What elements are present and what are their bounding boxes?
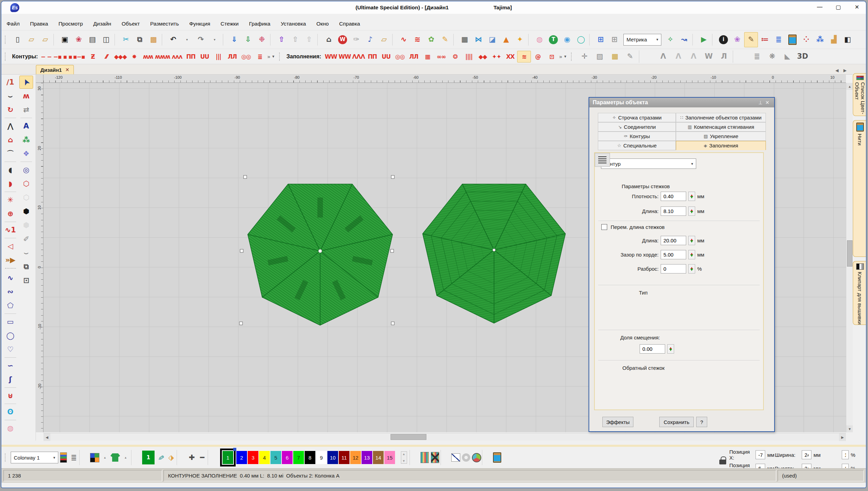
contour-burst[interactable]: ✸ <box>127 51 141 62</box>
horizontal-scrollbar[interactable]: ◀ ▶ <box>43 433 846 441</box>
print-preview-icon[interactable]: ◫ <box>99 32 113 47</box>
dot-grid-icon[interactable]: ⁘ <box>799 32 813 47</box>
scroll-down-icon[interactable]: ▼ <box>846 425 853 432</box>
selection-handle[interactable] <box>240 249 243 252</box>
scroll-up-icon[interactable]: ▲ <box>846 83 853 90</box>
stitch-zigzag-icon[interactable]: ∿ <box>397 32 411 47</box>
close-button[interactable]: ✕ <box>853 3 861 11</box>
variable-length-checkbox[interactable] <box>601 224 607 230</box>
color-3[interactable]: 3 <box>248 451 258 464</box>
fill-hole-tool[interactable]: ◖ <box>3 163 17 176</box>
color-10[interactable]: 10 <box>327 451 338 464</box>
ruler-tool-icon[interactable]: ◣ <box>780 50 795 63</box>
palette-caret-icon[interactable]: ▴ <box>100 450 110 465</box>
paste-icon[interactable]: ▩ <box>147 32 160 47</box>
slope-tool-2-icon[interactable]: Λ <box>671 50 686 63</box>
tab-close-icon[interactable]: ✕ <box>65 67 69 73</box>
current-color-swatch[interactable]: 1 <box>141 450 155 465</box>
rotate-tool[interactable]: ↻ <box>3 103 17 116</box>
echo-tool[interactable]: ◎ <box>19 163 33 176</box>
menu-function[interactable]: Функция <box>184 19 216 29</box>
pencil-edit-icon[interactable]: ✎ <box>622 50 638 63</box>
team-icon[interactable]: ⁂ <box>813 32 827 47</box>
contour-bars[interactable]: ||| <box>211 51 225 62</box>
polyline-tool[interactable]: ⋀ <box>3 119 17 133</box>
wave-tool-icon[interactable]: W <box>701 50 716 63</box>
var-length-input[interactable] <box>661 236 686 245</box>
toolbar-grip-5[interactable] <box>5 453 8 462</box>
fill-square-wave[interactable]: ЛЛ <box>407 51 421 62</box>
color-11[interactable]: 11 <box>339 451 349 464</box>
vertical-scroll-thumb[interactable] <box>847 240 852 267</box>
contour-satin-m[interactable]: ʍʍ <box>141 51 155 62</box>
radial-fill-tool[interactable]: ⊕ <box>3 207 17 220</box>
effects-button[interactable]: Эффекты <box>602 417 633 427</box>
plant-image-icon[interactable]: ❀ <box>730 32 744 47</box>
balloons-icon[interactable]: ❉ <box>255 32 269 47</box>
thread-chart-icon[interactable]: ≣ <box>69 450 79 465</box>
fill-diamonds[interactable]: ◆◆ <box>476 51 490 62</box>
menu-view[interactable]: Просмотр <box>53 19 88 29</box>
keyboard-icon[interactable]: ▦ <box>458 32 472 47</box>
offset-input[interactable] <box>640 344 665 354</box>
star-fill-tool[interactable]: ✳ <box>3 193 17 206</box>
grid-compass-icon[interactable]: ✛ <box>577 50 592 63</box>
picture-icon[interactable]: ◪ <box>485 32 499 47</box>
garment-caret-icon[interactable]: ▴ <box>121 450 130 465</box>
contour-square-wave[interactable]: ЛЛ <box>225 51 239 62</box>
minimize-button[interactable]: — <box>816 3 824 11</box>
width-input[interactable] <box>802 450 811 459</box>
pin-icon[interactable]: ⊥ <box>757 100 764 105</box>
menu-design[interactable]: Дизайн <box>88 19 116 29</box>
side-tab-clipart[interactable]: Клипарт для вышивки <box>853 261 867 325</box>
cut-icon[interactable]: ✂ <box>119 32 133 47</box>
design-object-left[interactable] <box>248 184 393 325</box>
fill-diamonds-small[interactable]: ✦✦ <box>490 51 503 62</box>
colorway-list-icon[interactable] <box>59 450 68 465</box>
polygon-tool[interactable]: ⌂ <box>3 133 17 146</box>
basket-tool[interactable]: ⊎ <box>3 389 17 402</box>
panel-close-icon[interactable]: ✕ <box>764 100 771 105</box>
ellipse-tool[interactable]: ◯ <box>3 329 17 342</box>
color-bars-icon[interactable]: ≣ <box>772 32 786 47</box>
fill-loops[interactable]: UU <box>379 51 393 62</box>
hexagon-tool[interactable]: ⬡ <box>19 177 33 190</box>
freehand-closed-tool[interactable]: ʃ <box>3 373 17 386</box>
menu-help[interactable]: Справка <box>334 19 365 29</box>
fill-coil[interactable]: ◎◎ <box>393 51 407 62</box>
tab-rhinestone-run[interactable]: ✧ Строчка стразами <box>598 113 676 122</box>
selection-handle[interactable] <box>391 249 394 252</box>
contour-coil[interactable]: ◎◎ <box>239 51 253 62</box>
fill-satin-w2[interactable]: WW <box>338 51 352 62</box>
color-12[interactable]: 12 <box>350 451 361 464</box>
contour-comb[interactable]: ΠΠ <box>184 51 198 62</box>
tab-connectors[interactable]: ↘ Соединители <box>598 122 676 132</box>
thread-pattern-2-icon[interactable] <box>430 450 440 465</box>
bw-picture-icon[interactable]: ◧ <box>841 32 855 47</box>
contour-zigzag[interactable]: ʌʌʌ <box>170 51 184 62</box>
home-icon[interactable]: ⌂ <box>322 32 336 47</box>
browser-icon[interactable]: W <box>336 32 349 47</box>
palette-picker-icon[interactable] <box>90 450 99 465</box>
panel-title-bar[interactable]: Параметры объекта ⊥ ✕ <box>589 98 774 107</box>
contour-loops[interactable]: UU <box>198 51 211 62</box>
contour-satin-m2[interactable]: ʍʍʍ <box>155 51 170 62</box>
info-icon[interactable]: i <box>717 32 730 47</box>
toolbar-grip-4[interactable] <box>571 52 574 61</box>
slice-tool[interactable]: ✐ <box>19 232 33 246</box>
fill-weave[interactable]: ▦ <box>421 51 434 62</box>
spinner[interactable] <box>688 250 695 259</box>
fill-bucket-icon[interactable]: ⬗ <box>166 450 176 465</box>
color-objects-icon[interactable]: ≔ <box>758 32 772 47</box>
freehand-tool[interactable]: ∽ <box>3 359 17 372</box>
contour-zigzag-z[interactable]: Ƶ <box>86 51 100 62</box>
side-tab-color-object-list[interactable]: Список Цвет-Объект <box>853 73 867 116</box>
scroll-right-icon[interactable]: ▶ <box>839 433 846 441</box>
punch-net-icon[interactable]: ⇧ <box>302 32 316 47</box>
color-9[interactable]: 9 <box>316 451 327 464</box>
menu-setup[interactable]: Установка <box>276 19 311 29</box>
tab-design1[interactable]: Дизайн1 ✕ <box>36 65 74 74</box>
spinner[interactable] <box>688 206 695 216</box>
plant-run-icon[interactable]: ▶ <box>697 32 711 47</box>
fills-more-icon[interactable]: » <box>559 54 562 59</box>
